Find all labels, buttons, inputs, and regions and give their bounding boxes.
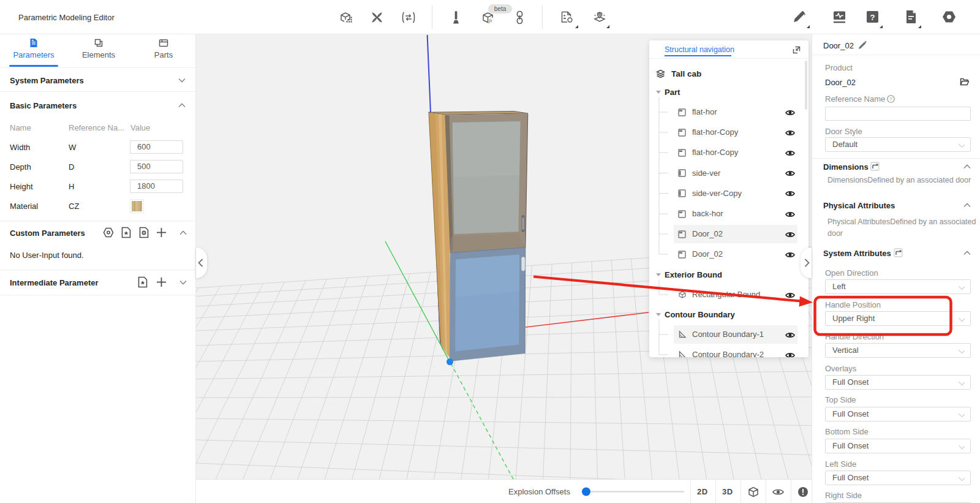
svg-text:fx: fx: [489, 18, 492, 23]
svg-text:?: ?: [889, 96, 892, 102]
svg-text:?: ?: [870, 13, 875, 22]
